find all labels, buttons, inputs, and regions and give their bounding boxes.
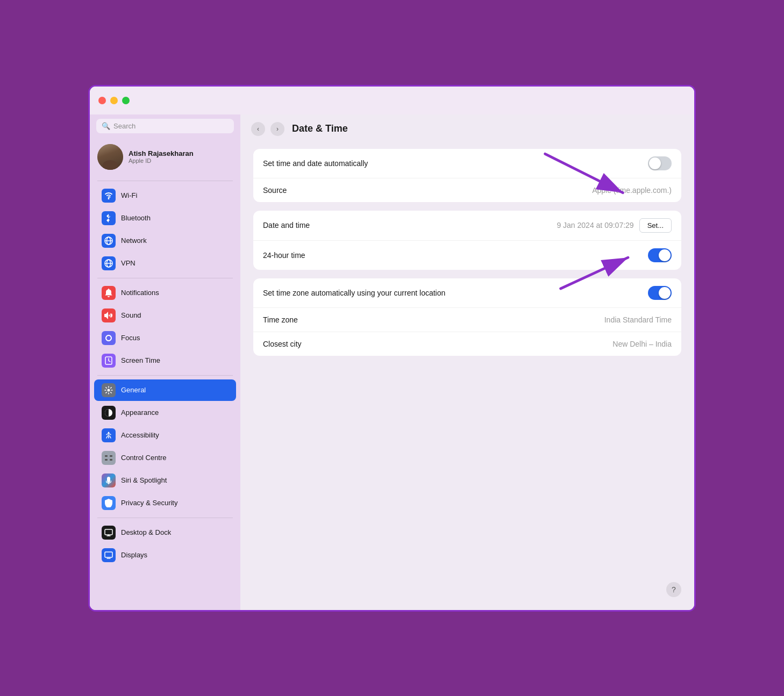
date-time-row: Date and time 9 Jan 2024 at 09:07:29 Set…	[253, 211, 681, 241]
desktop-label: Desktop & Dock	[121, 528, 171, 536]
vpn-icon	[102, 256, 116, 270]
user-info: Atish Rajasekharan Apple ID	[129, 149, 194, 164]
general-icon	[102, 383, 116, 397]
maximize-button[interactable]	[122, 97, 130, 104]
appearance-icon	[102, 406, 116, 420]
auto-time-row: Set time and date automatically	[253, 149, 681, 178]
close-button[interactable]	[98, 97, 106, 104]
apple-id-label: Apple ID	[129, 157, 194, 164]
page-title: Date & Time	[292, 123, 348, 134]
appearance-label: Appearance	[121, 408, 159, 417]
focus-icon	[102, 331, 116, 345]
sidebar-item-sound[interactable]: Sound	[94, 305, 236, 326]
control-label: Control Centre	[121, 454, 167, 462]
auto-time-label: Set time and date automatically	[263, 159, 368, 168]
screentime-icon	[102, 354, 116, 368]
closest-city-label: Closest city	[263, 340, 302, 348]
sidebar-item-control[interactable]: Control Centre	[94, 447, 236, 469]
auto-timezone-row: Set time zone automatically using your c…	[253, 278, 681, 308]
search-container: 🔍 Search	[90, 114, 240, 140]
bluetooth-label: Bluetooth	[121, 214, 151, 222]
svg-point-9	[108, 432, 110, 433]
main-layout: 🔍 Search Atish Rajasekharan Apple ID	[90, 114, 694, 610]
auto-time-toggle[interactable]	[648, 156, 672, 170]
wifi-icon	[102, 189, 116, 203]
sound-label: Sound	[121, 311, 141, 319]
auto-time-card: Set time and date automatically Source A…	[253, 149, 681, 202]
search-box[interactable]: 🔍 Search	[96, 119, 234, 133]
divider-2	[97, 278, 233, 278]
date-time-right: 9 Jan 2024 at 09:07:29 Set...	[557, 218, 672, 233]
accessibility-icon	[102, 428, 116, 442]
sidebar-item-bluetooth[interactable]: Bluetooth	[94, 207, 236, 229]
minimize-button[interactable]	[110, 97, 118, 104]
auto-timezone-toggle[interactable]	[648, 286, 672, 300]
svg-rect-16	[105, 552, 112, 557]
toggle-knob-3	[659, 287, 671, 299]
svg-point-7	[108, 389, 110, 391]
timezone-label: Time zone	[263, 315, 298, 324]
sidebar-item-accessibility[interactable]: Accessibility	[94, 425, 236, 446]
sidebar-item-screentime[interactable]: Screen Time	[94, 350, 236, 371]
24hour-label: 24-hour time	[263, 251, 305, 260]
svg-rect-13	[110, 459, 112, 461]
notifications-icon	[102, 286, 116, 300]
sidebar-item-network[interactable]: Network	[94, 230, 236, 252]
sidebar-item-notifications[interactable]: Notifications	[94, 282, 236, 304]
date-time-label: Date and time	[263, 221, 310, 229]
system-preferences-window: 🔍 Search Atish Rajasekharan Apple ID	[88, 85, 696, 612]
back-button[interactable]: ‹	[251, 122, 265, 136]
displays-icon	[102, 548, 116, 562]
control-icon	[102, 451, 116, 465]
help-button[interactable]: ?	[666, 582, 681, 597]
sound-icon	[102, 308, 116, 322]
forward-button[interactable]: ›	[270, 122, 284, 136]
source-row: Source Apple (time.apple.com.)	[253, 178, 681, 202]
content-body: Set time and date automatically Source A…	[240, 143, 694, 610]
sidebar-item-focus[interactable]: Focus	[94, 327, 236, 349]
date-time-value: 9 Jan 2024 at 09:07:29	[557, 221, 633, 229]
datetime-card: Date and time 9 Jan 2024 at 09:07:29 Set…	[253, 211, 681, 270]
accessibility-label: Accessibility	[121, 431, 159, 439]
sidebar-item-vpn[interactable]: VPN	[94, 253, 236, 274]
avatar	[97, 144, 123, 170]
timezone-card: Set time zone automatically using your c…	[253, 278, 681, 356]
sidebar-item-appearance[interactable]: Appearance	[94, 402, 236, 424]
wifi-label: Wi-Fi	[121, 191, 137, 199]
privacy-icon	[102, 496, 116, 510]
search-input[interactable]: Search	[113, 122, 136, 130]
sidebar-item-general[interactable]: General	[94, 379, 236, 401]
svg-rect-11	[110, 455, 112, 457]
svg-rect-15	[105, 529, 112, 535]
notifications-label: Notifications	[121, 289, 159, 297]
24hour-row: 24-hour time	[253, 241, 681, 270]
timezone-row: Time zone India Standard Time	[253, 308, 681, 332]
toggle-knob	[649, 157, 661, 169]
content-area: ‹ › Date & Time Set time and date automa…	[240, 114, 694, 610]
screentime-label: Screen Time	[121, 356, 160, 364]
privacy-label: Privacy & Security	[121, 499, 177, 507]
siri-icon	[102, 473, 116, 487]
user-profile[interactable]: Atish Rajasekharan Apple ID	[90, 140, 240, 177]
content-header: ‹ › Date & Time	[240, 114, 694, 143]
sidebar-item-siri[interactable]: Siri & Spotlight	[94, 470, 236, 491]
sidebar-item-wifi[interactable]: Wi-Fi	[94, 185, 236, 206]
sidebar-item-privacy[interactable]: Privacy & Security	[94, 492, 236, 514]
desktop-icon	[102, 526, 116, 540]
sidebar-item-displays[interactable]: Displays	[94, 544, 236, 566]
network-label: Network	[121, 236, 147, 245]
bluetooth-icon	[102, 211, 116, 225]
closest-city-row: Closest city New Delhi – India	[253, 332, 681, 356]
set-button[interactable]: Set...	[639, 218, 672, 233]
auto-time-right	[648, 156, 672, 170]
source-label: Source	[263, 186, 287, 195]
siri-label: Siri & Spotlight	[121, 476, 167, 484]
svg-rect-10	[105, 455, 108, 457]
closest-city-value: New Delhi – India	[612, 340, 672, 348]
24hour-toggle[interactable]	[648, 248, 672, 262]
sidebar-item-desktop[interactable]: Desktop & Dock	[94, 522, 236, 543]
network-icon	[102, 234, 116, 248]
general-label: General	[121, 386, 146, 394]
timezone-value: India Standard Time	[604, 315, 672, 324]
vpn-label: VPN	[121, 259, 136, 267]
